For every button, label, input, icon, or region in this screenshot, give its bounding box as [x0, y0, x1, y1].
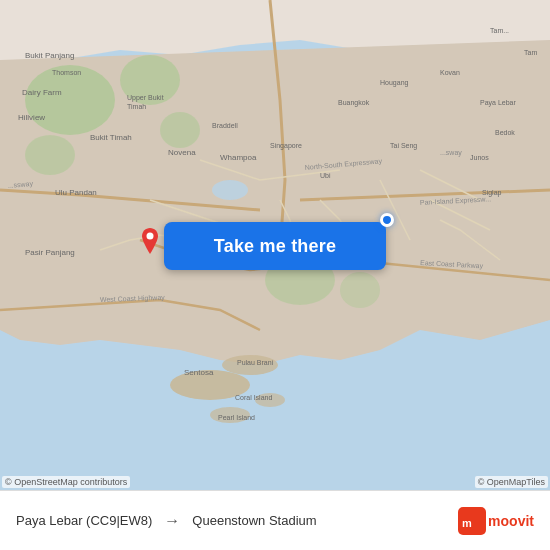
svg-point-7: [212, 180, 248, 200]
svg-text:...sway: ...sway: [440, 149, 462, 157]
svg-text:Ubi: Ubi: [320, 172, 331, 179]
bottom-bar: Paya Lebar (CC9|EW8) → Queenstown Stadiu…: [0, 490, 550, 550]
take-me-there-label: Take me there: [214, 236, 336, 257]
from-station: Paya Lebar (CC9|EW8): [16, 513, 152, 528]
current-location-dot: [380, 213, 394, 227]
svg-text:Bukit Panjang: Bukit Panjang: [25, 51, 74, 60]
svg-text:Novena: Novena: [168, 148, 196, 157]
svg-text:Whampoa: Whampoa: [220, 153, 257, 162]
svg-text:Tai Seng: Tai Seng: [390, 142, 417, 150]
svg-text:m: m: [462, 517, 472, 529]
svg-point-4: [160, 112, 200, 148]
moovit-text: moovit: [488, 513, 534, 529]
svg-point-48: [147, 233, 154, 240]
svg-text:Ulu Pandan: Ulu Pandan: [55, 188, 97, 197]
svg-text:Hillview: Hillview: [18, 113, 45, 122]
svg-text:Pulau Brani: Pulau Brani: [237, 359, 274, 366]
svg-text:Bedok: Bedok: [495, 129, 515, 136]
svg-text:Kovan: Kovan: [440, 69, 460, 76]
svg-text:Junos: Junos: [470, 154, 489, 161]
moovit-logo: m moovit: [458, 507, 534, 535]
svg-text:Pearl Island: Pearl Island: [218, 414, 255, 421]
svg-text:Braddell: Braddell: [212, 122, 238, 129]
svg-text:Thomson: Thomson: [52, 69, 81, 76]
svg-text:Sentosa: Sentosa: [184, 368, 214, 377]
svg-text:Siglap: Siglap: [482, 189, 502, 197]
location-pin-icon: [138, 228, 162, 258]
svg-text:Dairy Farm: Dairy Farm: [22, 88, 62, 97]
svg-text:Upper Bukit: Upper Bukit: [127, 94, 164, 102]
svg-text:Buangkok: Buangkok: [338, 99, 370, 107]
arrow-right-icon: →: [164, 512, 180, 530]
svg-point-6: [340, 272, 380, 308]
svg-text:Timah: Timah: [127, 103, 146, 110]
take-me-there-button[interactable]: Take me there: [164, 222, 386, 270]
map-container: North-South Expressway Pan-Island Expres…: [0, 0, 550, 490]
map-attribution: © OpenStreetMap contributors: [2, 476, 130, 488]
svg-text:Hougang: Hougang: [380, 79, 409, 87]
openmap-tiles-attribution: © OpenMapTiles: [475, 476, 548, 488]
svg-text:Tam: Tam: [524, 49, 537, 56]
svg-text:Singapore: Singapore: [270, 142, 302, 150]
svg-text:Pasir Panjang: Pasir Panjang: [25, 248, 75, 257]
svg-point-3: [25, 135, 75, 175]
to-station: Queenstown Stadium: [192, 513, 316, 528]
svg-text:Bukit Timah: Bukit Timah: [90, 133, 132, 142]
svg-text:Tam...: Tam...: [490, 27, 509, 34]
svg-text:Paya Lebar: Paya Lebar: [480, 99, 516, 107]
svg-text:Coral Island: Coral Island: [235, 394, 272, 401]
moovit-logo-icon: m: [458, 507, 486, 535]
